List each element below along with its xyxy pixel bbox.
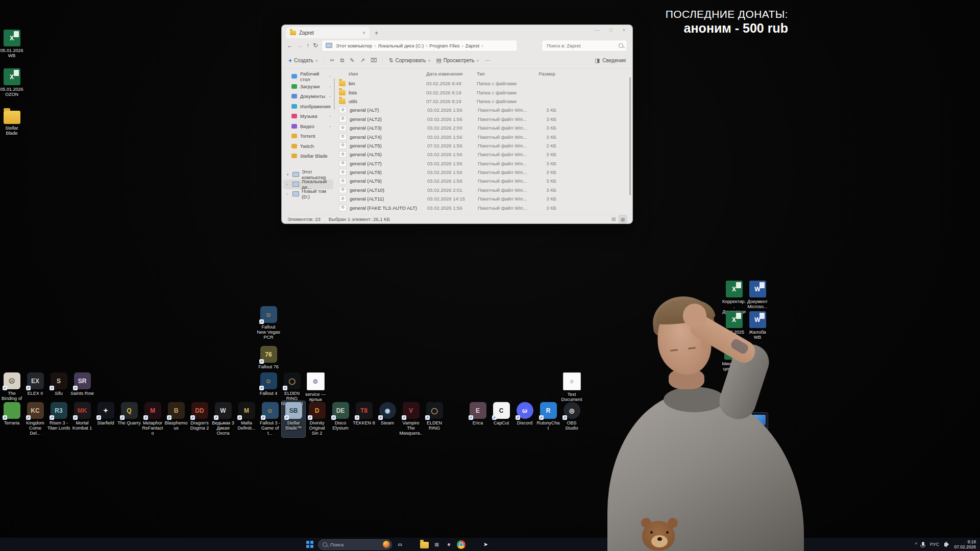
desktop-icon[interactable]: B Blasphemous <box>164 401 188 437</box>
explorer-tab[interactable]: Zapret × <box>286 27 370 38</box>
general (ALT10)[interactable]: general (ALT10) 03.02.2026 2:01 Пакетный… <box>335 186 632 194</box>
new-button[interactable]: + Создать ∨ <box>288 57 318 64</box>
desktop-icon[interactable]: ◎ OBS Studio <box>560 401 583 432</box>
calculator-icon[interactable]: ▦ <box>432 540 441 549</box>
general (ALT7)[interactable]: general (ALT7) 03.02.2026 1:56 Пакетный … <box>335 159 632 168</box>
desktop-icon[interactable]: DD Dragon's Dogma 2 <box>188 401 211 437</box>
speaker-icon[interactable] <box>944 543 946 546</box>
sidebar-item[interactable]: Рабочий стол <box>283 71 333 82</box>
app-yellow-icon[interactable] <box>469 540 478 549</box>
desktop-icon[interactable]: E Erica <box>466 401 489 432</box>
desktop-icon[interactable]: R3 Risen 3 - Titan Lords <box>47 401 70 437</box>
desktop-icon[interactable]: 76 Fallout 76 <box>257 345 280 370</box>
telegram-icon[interactable]: ➤ <box>481 540 490 549</box>
desktop-icon[interactable]: ≡ Text Document <box>560 371 583 403</box>
chrome-icon[interactable] <box>457 540 465 549</box>
up-button[interactable]: ↑ <box>306 42 309 48</box>
general (ALT)[interactable]: general (ALT) 03.02.2026 1:56 Пакетный ф… <box>335 106 632 114</box>
desktop-icon[interactable]: KC Kingdom Come Del... <box>23 401 47 437</box>
desktop-icon[interactable]: V Vampire The Masquera... <box>399 401 423 437</box>
general (ALT2)[interactable]: general (ALT2) 03.02.2026 1:56 Пакетный … <box>335 115 632 123</box>
general (ALT4)[interactable]: general (ALT4) 03.02.2026 1:56 Пакетный … <box>335 132 632 141</box>
explorer-search-input[interactable] <box>546 42 608 49</box>
view-button[interactable]: ▤ Просмотреть ∨ <box>436 57 479 64</box>
desktop-icon[interactable]: D Divinity Original Sin 2 <box>305 401 329 437</box>
hidden-icons-button[interactable]: ^ <box>915 542 917 547</box>
browser-red-icon[interactable] <box>408 540 416 549</box>
general (ALT6)[interactable]: general (ALT6) 03.02.2026 1:56 Пакетный … <box>335 150 632 159</box>
desktop-icon[interactable]: ω Discord <box>513 401 536 432</box>
sidebar-item[interactable]: Twitch <box>283 141 333 152</box>
rename-button[interactable]: ✎ <box>350 57 354 64</box>
general (ALT3)[interactable]: general (ALT3) 03.02.2026 2:00 Пакетный … <box>335 123 632 132</box>
desktop-icon[interactable]: Stellar Blade <box>0 106 23 137</box>
desktop-icon[interactable]: W Жалоба WB <box>746 310 769 341</box>
edge-icon[interactable]: e <box>445 540 453 549</box>
sidebar-item[interactable]: Изображения <box>283 102 333 112</box>
desktop-icon[interactable]: R RutonyChat <box>536 401 560 432</box>
general (FAKE TLS AUTO ALT)[interactable]: general (FAKE TLS AUTO ALT) 03.02.2026 1… <box>335 203 632 212</box>
desktop-icon[interactable]: Этот компьютер <box>747 411 771 443</box>
desktop-icon[interactable]: ☺ Fallout 3 - Game of t... <box>258 401 282 437</box>
tab-close-icon[interactable]: × <box>362 30 365 36</box>
language-indicator[interactable]: РУС <box>930 542 940 547</box>
desktop-icon[interactable]: ◯ ELDEN RING <box>423 401 446 437</box>
list-scrollbar[interactable] <box>629 77 631 195</box>
desktop-icon[interactable]: ☺ Fallout New Vegas PCR <box>257 305 280 341</box>
desktop-icon[interactable]: Q The Quarry <box>117 401 141 437</box>
sidebar-item[interactable]: Видео <box>283 121 333 132</box>
desktop-icon[interactable]: W Ведьмак 3 Дикая Охота <box>211 401 235 437</box>
sidebar-item[interactable]: Stellar Blade <box>283 151 333 161</box>
breadcrumb-segment[interactable]: Zapret › <box>465 43 485 48</box>
column-name[interactable]: Имя <box>349 71 426 77</box>
refresh-button[interactable]: ↻ <box>313 42 318 48</box>
general (ALT8)[interactable]: general (ALT8) 03.02.2026 1:56 Пакетный … <box>335 168 632 177</box>
desktop-icon[interactable]: X 2.12.2025 <box>722 310 746 341</box>
general (ALT5)[interactable]: general (ALT5) 07.02.2026 1:56 Пакетный … <box>335 141 632 150</box>
general (ALT11)[interactable]: general (ALT11) 03.02.2026 14:15 Пакетны… <box>335 194 632 203</box>
bin[interactable]: bin 03.02.2026 8:49 Папка с файлами <box>335 79 632 88</box>
utils[interactable]: utils 07.02.2026 8:19 Папка с файлами <box>335 97 632 106</box>
breadcrumb-segment[interactable]: Локальный диск (C:) › <box>378 43 429 48</box>
explorer-search[interactable] <box>542 40 627 52</box>
maximize-button[interactable]: □ <box>609 28 612 33</box>
desktop-icon[interactable]: M Mafia Definiti... <box>235 401 258 437</box>
sidebar-item[interactable]: Музыка <box>283 111 333 121</box>
desktop-icon[interactable]: MK Mortal Kombat 1 <box>70 401 94 437</box>
forward-button[interactable]: → <box>297 42 303 48</box>
breadcrumb-segment[interactable]: Этот компьютер › <box>336 43 378 48</box>
taskview-icon[interactable]: ▭ <box>396 540 404 549</box>
desktop-icon[interactable]: DE Disco Elysium <box>329 401 352 437</box>
desktop-icon[interactable]: Terraria <box>0 401 23 437</box>
sidebar-item[interactable]: Загрузки <box>283 82 333 92</box>
desktop-icon[interactable]: X 05.01.2026 OZON <box>0 67 23 98</box>
desktop-icon[interactable]: X Минима... цена WB <box>721 342 744 372</box>
share-button[interactable]: ↗ <box>360 57 364 64</box>
cut-button[interactable]: ✂ <box>330 57 334 64</box>
desktop-icon[interactable]: X 05.01.2026 WB <box>0 29 23 59</box>
tree-item[interactable]: › Локальный ди... <box>283 180 333 189</box>
minimize-button[interactable]: — <box>595 28 599 33</box>
desktop-icon[interactable]: M Metaphor ReFantazio <box>141 401 164 437</box>
desktop-icon[interactable]: SB Stellar Blade™ <box>282 401 305 437</box>
breadcrumb[interactable]: Этот компьютер › Локальный диск (C:) › P… <box>322 40 518 52</box>
start-button[interactable] <box>305 540 314 549</box>
back-button[interactable]: ← <box>287 42 293 48</box>
column-date[interactable]: Дата изменения <box>426 71 477 77</box>
sidebar-item[interactable]: Документы <box>283 91 333 102</box>
details-pane-button[interactable]: ◨ Сведения <box>595 57 626 64</box>
close-button[interactable]: × <box>623 28 625 33</box>
desktop-icon[interactable]: ✦ Starfield <box>94 401 117 437</box>
microphone-icon[interactable] <box>922 542 924 546</box>
sidebar-item[interactable]: Torrent <box>283 131 333 141</box>
more-button[interactable]: ⋯ <box>485 57 491 64</box>
lists[interactable]: lists 03.02.2026 8:19 Папка с файлами <box>335 88 632 96</box>
view-details-toggle[interactable]: ▦ <box>619 215 627 223</box>
tree-item[interactable]: › Новый том (D:) <box>283 189 333 199</box>
column-size[interactable]: Размер <box>530 71 555 77</box>
copy-button[interactable]: ⧉ <box>340 57 344 64</box>
desktop-icon[interactable]: T8 TEKKEN 8 <box>352 401 376 437</box>
tree-item[interactable]: ∨ Этот компьютер <box>283 170 333 180</box>
column-type[interactable]: Тип <box>477 71 530 77</box>
view-list-toggle[interactable]: ▤ <box>610 215 617 222</box>
